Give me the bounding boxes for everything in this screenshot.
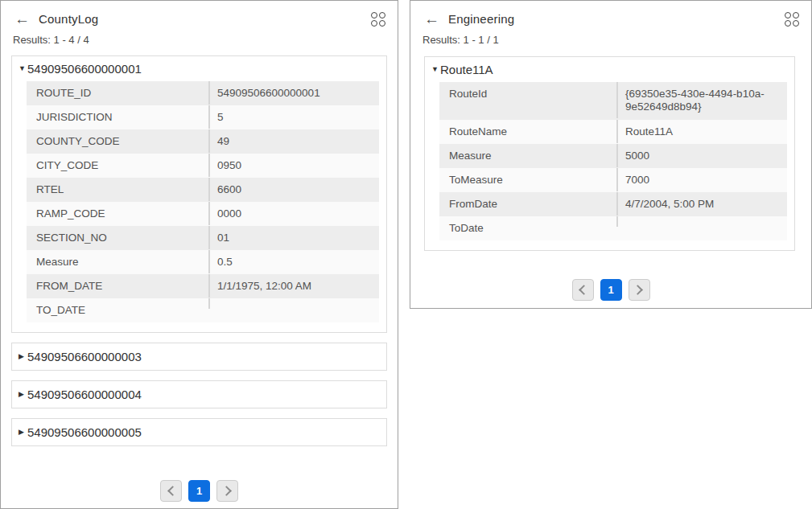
field-name: RAMP_CODE <box>27 202 208 224</box>
table-row: RAMP_CODE0000 <box>27 202 379 226</box>
feature-info-panel-engineering: ← Engineering Results: 1 - 1 / 1 ▼ Route… <box>410 0 812 309</box>
field-value <box>616 216 787 227</box>
panel-title: Engineering <box>448 12 514 26</box>
results-count: Results: 1 - 4 / 4 <box>1 27 398 46</box>
caret-right-icon: ▶ <box>19 429 27 436</box>
field-name: Measure <box>27 250 208 273</box>
feature-info-panel-countylog: ← CountyLog Results: 1 - 4 / 4 ▼ 5490950… <box>0 0 398 509</box>
feature-accordion-header[interactable]: ▼ 54909506600000001 <box>12 56 386 80</box>
field-name: ROUTE_ID <box>27 81 208 104</box>
field-name: SECTION_NO <box>27 226 208 248</box>
feature-title: Route11A <box>440 63 493 76</box>
table-row: CITY_CODE0950 <box>27 154 379 178</box>
previous-page-button[interactable] <box>572 279 594 301</box>
back-arrow-icon[interactable]: ← <box>424 11 439 27</box>
back-arrow-icon[interactable]: ← <box>14 11 30 27</box>
field-name: ToMeasure <box>439 168 616 191</box>
table-row: SECTION_NO01 <box>27 226 379 250</box>
chevron-left-icon <box>579 285 589 295</box>
table-row: RTEL6600 <box>27 178 379 202</box>
field-value: 5 <box>208 105 379 129</box>
feature-accordion-header[interactable]: ▶ 54909506600000005 <box>12 419 386 445</box>
pagination: 1 <box>410 279 811 301</box>
attribute-table: RouteId{69350e35-430e-4494-b10a-9e52649d… <box>439 82 787 240</box>
field-name: CITY_CODE <box>27 154 208 176</box>
field-name: RTEL <box>27 178 208 200</box>
feature-title: 54909506600000005 <box>27 425 142 439</box>
field-value: 01 <box>208 226 379 249</box>
feature-title: 54909506600000003 <box>27 350 142 363</box>
table-row: COUNTY_CODE49 <box>27 129 379 154</box>
results-count: Results: 1 - 1 / 1 <box>410 27 811 46</box>
feature-card: ▶ 54909506600000005 <box>11 418 387 446</box>
field-value: 6600 <box>208 178 379 201</box>
table-row: RouteNameRoute11A <box>439 120 787 144</box>
field-name: RouteId <box>439 82 616 105</box>
data-actions-icon[interactable] <box>785 12 799 27</box>
feature-title: 54909506600000004 <box>27 388 142 401</box>
field-value: 5000 <box>616 144 787 167</box>
field-name: FROM_DATE <box>27 274 208 297</box>
next-page-button[interactable] <box>216 480 238 502</box>
panel-title: CountyLog <box>39 12 98 26</box>
caret-down-icon: ▼ <box>431 66 440 73</box>
field-name: ToDate <box>439 216 616 239</box>
field-name: JURISDICTION <box>27 105 208 128</box>
field-value: 0.5 <box>208 250 379 273</box>
pagination: 1 <box>1 480 398 502</box>
field-value: 0000 <box>208 202 379 225</box>
table-row: Measure5000 <box>439 144 787 168</box>
panel-header: ← CountyLog <box>1 1 398 27</box>
caret-right-icon: ▶ <box>19 391 27 398</box>
panel-header: ← Engineering <box>410 1 811 27</box>
table-row: ToMeasure7000 <box>439 168 787 192</box>
feature-accordion-header[interactable]: ▼ Route11A <box>425 57 794 80</box>
field-name: TO_DATE <box>27 298 208 321</box>
field-name: Measure <box>439 144 616 166</box>
field-name: COUNTY_CODE <box>27 129 208 152</box>
feature-accordion-header[interactable]: ▶ 54909506600000003 <box>12 343 386 370</box>
field-value: Route11A <box>616 120 787 143</box>
field-value <box>208 298 379 309</box>
table-row: FromDate4/7/2004, 5:00 PM <box>439 192 787 216</box>
previous-page-button[interactable] <box>160 480 182 502</box>
feature-card: ▶ 54909506600000004 <box>11 380 387 408</box>
field-value: {69350e35-430e-4494-b10a-9e52649d8b94} <box>616 82 787 118</box>
caret-down-icon: ▼ <box>19 65 27 72</box>
chevron-right-icon <box>221 486 232 496</box>
field-value: 1/1/1975, 12:00 AM <box>208 274 379 298</box>
field-value: 4/7/2004, 5:00 PM <box>616 192 787 216</box>
table-row: TO_DATE <box>27 298 379 322</box>
feature-card: ▶ 54909506600000003 <box>11 343 387 371</box>
caret-right-icon: ▶ <box>19 353 27 360</box>
table-row: Measure0.5 <box>27 250 379 274</box>
field-value: 0950 <box>208 154 379 177</box>
table-row: ToDate <box>439 216 787 240</box>
table-row: JURISDICTION5 <box>27 105 379 129</box>
feature-title: 54909506600000001 <box>27 62 142 76</box>
field-name: FromDate <box>439 192 616 215</box>
data-actions-icon[interactable] <box>371 12 385 27</box>
chevron-left-icon <box>167 486 178 496</box>
table-row: FROM_DATE1/1/1975, 12:00 AM <box>27 274 379 298</box>
feature-card: ▼ Route11A RouteId{69350e35-430e-4494-b1… <box>424 56 795 251</box>
feature-card: ▼ 54909506600000001 ROUTE_ID549095066000… <box>11 55 387 333</box>
field-value: 7000 <box>616 168 787 191</box>
current-page-button[interactable]: 1 <box>600 279 622 301</box>
field-value: 49 <box>208 129 379 153</box>
table-row: ROUTE_ID54909506600000001 <box>27 81 379 105</box>
field-value: 54909506600000001 <box>208 81 379 105</box>
next-page-button[interactable] <box>629 279 650 301</box>
attribute-table: ROUTE_ID54909506600000001 JURISDICTION5 … <box>27 81 379 322</box>
chevron-right-icon <box>633 285 643 295</box>
field-name: RouteName <box>439 120 616 142</box>
feature-accordion-header[interactable]: ▶ 54909506600000004 <box>12 381 386 408</box>
current-page-button[interactable]: 1 <box>188 480 210 502</box>
table-row: RouteId{69350e35-430e-4494-b10a-9e52649d… <box>439 82 787 120</box>
